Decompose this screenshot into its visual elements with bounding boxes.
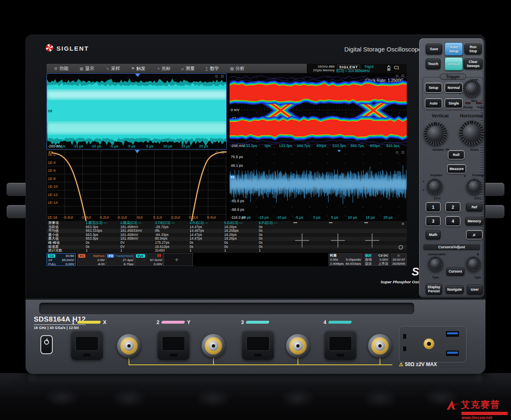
menu-item-6[interactable]: ⊿测量 xyxy=(180,64,195,73)
default-button[interactable]: Default xyxy=(445,57,463,70)
descriptor-row: 1X65.0mV/ xyxy=(47,258,75,262)
timebase-box[interactable]: 时基0.00s5.00μs/div2.00Mpts40.0GSa/s xyxy=(328,253,363,266)
descriptor-eye[interactable]: Eye67.0mV/0.00V xyxy=(135,253,164,266)
trigger-setup-button[interactable]: Setup xyxy=(425,83,442,93)
menu-item-8[interactable]: ▩分析 xyxy=(230,64,244,73)
channel-4-button[interactable]: 4 xyxy=(445,216,460,226)
clear-sweeps-button[interactable]: Clear Sweeps xyxy=(464,58,483,69)
user-button[interactable]: User xyxy=(467,285,483,294)
menu-item-4[interactable]: ⚑触发 xyxy=(131,64,145,73)
table-empty-cell xyxy=(398,249,407,253)
trigd-led xyxy=(476,102,481,104)
f3-marker[interactable]: F3 xyxy=(230,175,235,179)
active-channel[interactable]: C1 xyxy=(394,65,399,70)
channel-4-bnc-connector xyxy=(368,334,392,358)
cursors-button[interactable]: Cursors xyxy=(446,267,464,275)
eye-diagram-panel[interactable]: 201 mV134 mV67 mV0 mV-67 mV-134 mV-133.3… xyxy=(230,73,407,149)
add-measurement-placeholder[interactable] xyxy=(365,233,379,247)
descriptor-title: Bathtub xyxy=(86,254,106,258)
horizontal-scale-knob[interactable] xyxy=(459,121,484,145)
add-measurement-placeholder[interactable] xyxy=(331,233,345,247)
menu-item-2[interactable]: ▦显示 xyxy=(80,64,94,73)
measure-value: 1 xyxy=(257,249,292,253)
table-refresh-icon[interactable] xyxy=(398,245,403,250)
measure-column-header[interactable]: 1.眼宽(C3) — xyxy=(84,221,119,225)
panel-tools[interactable]: ⊙ ⊡ xyxy=(395,150,405,154)
channel-waveform-panel[interactable]: 195 mV130 mV65 mV0 mV-65 mV-130 mV-195 m… xyxy=(47,73,227,149)
acq-spec: 16GHz-8Bit2Gpts Memory xyxy=(307,65,335,72)
usb-port-1 xyxy=(445,331,459,337)
panel-tools[interactable]: ⊙ ⊡ xyxy=(215,74,225,78)
search-button[interactable]: ⌕ xyxy=(466,230,483,239)
extra-column-header[interactable]: ••• xyxy=(363,221,398,225)
ref-button[interactable]: Ref xyxy=(466,203,483,211)
channel-4-probe-interface xyxy=(324,330,356,360)
measure-value: 1 xyxy=(84,249,119,253)
menu-item-5[interactable]: ⌖光标 xyxy=(157,64,171,73)
channel-2-color-bar xyxy=(161,321,185,324)
extra-column-header[interactable]: ••• xyxy=(327,221,363,225)
descriptor-row: 6.70ps xyxy=(106,262,135,266)
descriptor-f3[interactable]: F3Track(mea3)27.4ps/6.70ps xyxy=(106,253,135,266)
measure-button[interactable]: Measure xyxy=(447,164,466,173)
cursors-adjust-strip: Cursors/Adjust xyxy=(423,244,480,250)
zoom-label: Zoom xyxy=(465,148,483,152)
trigger-position-marker[interactable] xyxy=(338,150,341,152)
cursor-a-knob[interactable] xyxy=(428,257,443,271)
descriptor-badge: C3 xyxy=(48,254,55,258)
roll-button[interactable]: Roll xyxy=(448,150,464,159)
channel-3-button[interactable]: 3 xyxy=(426,216,441,226)
run-stop-button[interactable]: Run Stop xyxy=(464,44,482,54)
navigate-button[interactable]: Navigate xyxy=(445,285,464,294)
channel-2-button[interactable]: 2 xyxy=(445,202,460,212)
info-title: 触发 xyxy=(364,254,372,258)
menu-item-1[interactable]: ⚙功能 xyxy=(54,64,68,73)
extra-column-header[interactable]: ••• xyxy=(292,221,327,225)
lcd-screen[interactable]: ⚙功能▦显示∿采样⚑触发⌖光标⊿测量∑数学▩分析 16GHz-8Bit2Gpts… xyxy=(47,64,407,266)
bathtub-panel[interactable]: 1E-21E-41E-61E-81E-101E-121E-14-0.4UI-0.… xyxy=(47,150,227,221)
measure-column-header[interactable]: 2.眼高(C3) — xyxy=(119,221,153,225)
descriptor-c3[interactable]: C3DC501X65.0mV/FULL0.00V xyxy=(47,253,76,266)
vertical-scale-knob[interactable] xyxy=(424,122,447,145)
clock-time: 15:02:07 xyxy=(391,258,406,262)
trigger-level-knob[interactable] xyxy=(463,80,481,97)
siglent-logo-icon xyxy=(46,44,53,51)
channel-c3-marker[interactable]: C3 xyxy=(47,109,53,113)
measure-column-header[interactable]: 3.TIE(C3) — xyxy=(153,221,188,225)
trigger-single-button[interactable]: Single xyxy=(445,98,463,108)
cursor-b-knob[interactable] xyxy=(466,257,481,271)
vertical-position-knob[interactable] xyxy=(427,179,443,194)
measure-column-header[interactable]: 6.PJ(C3) — xyxy=(257,221,292,225)
waveform-graphic xyxy=(230,150,407,221)
descriptor-f1[interactable]: F1Bathtub2.00/-8.00 xyxy=(77,253,106,266)
reflection-blob xyxy=(422,390,459,406)
save-button[interactable]: Save xyxy=(426,44,442,54)
trigger-auto-button[interactable]: Auto xyxy=(425,98,442,108)
trigger-position-marker[interactable] xyxy=(135,150,140,153)
universal-a-label: Universal/A xyxy=(423,252,450,256)
trigger-box[interactable]: 触发C3 DC自动0.00V边沿上升沿 xyxy=(363,253,390,266)
panel-tools[interactable]: ⊙ ⊡ xyxy=(215,150,225,154)
panel-tools[interactable]: ⊙ ⊡ xyxy=(395,74,405,78)
display-persist-button[interactable]: Display Persist xyxy=(426,284,442,294)
menu-item-3[interactable]: ∿采样 xyxy=(106,64,120,73)
gear-icon: ⚙ xyxy=(54,66,58,71)
menu-item-7[interactable]: ∑数学 xyxy=(205,64,219,73)
measure-column-header[interactable]: 4.RJ(C3) — xyxy=(188,221,223,225)
measure-value: 1 xyxy=(119,249,153,253)
math-button[interactable]: Math xyxy=(426,230,441,239)
knob-cap xyxy=(469,181,480,192)
channel-1-button[interactable]: 1 xyxy=(426,202,441,212)
descriptor-add-slot[interactable]: + xyxy=(164,253,193,266)
table-close-icon[interactable]: ✕ xyxy=(401,222,405,226)
memory-button[interactable]: Memory xyxy=(465,217,483,225)
auto-setup-button[interactable]: Auto Setup xyxy=(445,42,463,56)
info-row: 2.00Mpts40.0GSa/s xyxy=(329,262,362,266)
touch-button[interactable]: Touch xyxy=(426,58,441,69)
trigger-position-marker[interactable] xyxy=(135,74,140,77)
horizontal-position-knob[interactable] xyxy=(466,179,482,194)
measure-column-header[interactable]: 5.DJ(C3) — xyxy=(223,221,257,225)
tie-track-panel[interactable]: 75.5 ps48.1 ps-61.5 ps-88.9 ps-20 μs-15 … xyxy=(230,150,407,221)
info-right: 0.00V xyxy=(372,258,389,262)
add-measurement-placeholder[interactable] xyxy=(295,233,309,247)
